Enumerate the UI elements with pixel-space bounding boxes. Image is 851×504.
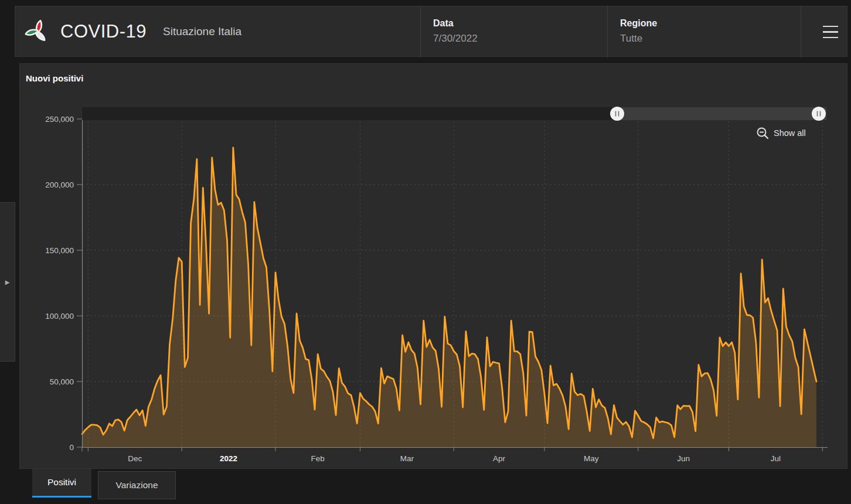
scrollbar-handle-right[interactable] (812, 107, 826, 121)
region-selector[interactable]: Regione Tutte (607, 6, 801, 57)
date-selector[interactable]: Data 7/30/2022 (420, 6, 607, 57)
date-selector-value: 7/30/2022 (433, 33, 607, 45)
tab-variazione[interactable]: Variazione (98, 471, 176, 499)
tab-variazione-label: Variazione (115, 480, 158, 491)
show-all-label: Show all (774, 128, 806, 138)
app-header: COVID-19 Situazione Italia Data 7/30/202… (15, 6, 847, 57)
show-all-button[interactable]: Show all (756, 125, 806, 141)
chart-title: Nuovi positivi (26, 73, 83, 83)
app-title: COVID-19 (60, 21, 147, 42)
scrollbar-track-selected[interactable] (617, 107, 826, 120)
region-selector-label: Regione (620, 18, 801, 29)
header-divider (801, 6, 801, 57)
tab-positivi[interactable]: Positivi (32, 469, 91, 498)
tab-positivi-label: Positivi (47, 477, 76, 488)
region-selector-value: Tutte (620, 33, 801, 45)
hamburger-menu-icon[interactable] (812, 6, 848, 57)
chevron-right-icon: ▶ (5, 279, 10, 285)
chart-plot-area[interactable] (82, 121, 828, 447)
protezione-civile-logo (24, 18, 50, 45)
app-subtitle: Situazione Italia (163, 25, 241, 38)
expand-side-panel-button[interactable]: ▶ (0, 202, 15, 362)
scrollbar-handle-left[interactable] (610, 107, 624, 121)
zoom-out-icon (756, 127, 770, 140)
app-brand: COVID-19 Situazione Italia (15, 18, 241, 45)
date-selector-label: Data (433, 18, 607, 29)
scrollbar-track-unselected[interactable] (82, 107, 617, 120)
